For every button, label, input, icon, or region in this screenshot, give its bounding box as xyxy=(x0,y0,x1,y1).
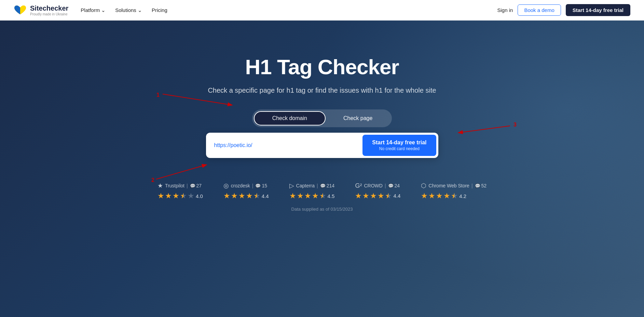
data-note: Data supplied as of 03/15/2023 xyxy=(291,207,353,212)
stars: ★★★★★ xyxy=(421,191,458,200)
logo-icon xyxy=(14,5,27,16)
stars: ★★★★★ xyxy=(223,191,260,200)
star-full: ★ xyxy=(436,191,443,200)
star-half: ★ xyxy=(451,191,458,200)
chevron-down-icon: ⌄ xyxy=(101,7,106,13)
star-full: ★ xyxy=(355,191,362,200)
star-full: ★ xyxy=(312,191,319,200)
platform-icon: ▷ xyxy=(289,182,294,189)
tabs-container: Check domain Check page xyxy=(252,109,392,127)
star-half: ★ xyxy=(180,191,187,200)
search-box: Start 14-day free trial No credit card n… xyxy=(206,133,438,158)
annotation-arrow-1: 1 xyxy=(156,91,252,115)
star-full: ★ xyxy=(304,191,311,200)
platform-icon: ⬡ xyxy=(421,182,426,189)
rating-item: ◎crozdesk|💬 15★★★★★4.4 xyxy=(223,182,269,200)
review-count: 52 xyxy=(481,183,487,188)
hero-section: H1 Tag Checker Check a specific page for… xyxy=(0,21,644,317)
rating-score: 4.0 xyxy=(196,193,203,199)
chevron-down-icon: ⌄ xyxy=(138,7,142,13)
comment-icon: 💬 xyxy=(388,183,394,188)
star-full: ★ xyxy=(362,191,369,200)
platform-name: CROWD xyxy=(364,183,382,188)
platform-name: Capterra xyxy=(296,183,315,188)
comment-icon: 💬 xyxy=(475,183,480,188)
star-full: ★ xyxy=(289,191,296,200)
nav-links: Platform ⌄ Solutions ⌄ Pricing xyxy=(81,7,167,13)
book-demo-button[interactable]: Book a demo xyxy=(518,4,561,16)
star-full: ★ xyxy=(238,191,245,200)
comment-icon: 💬 xyxy=(255,183,261,188)
svg-line-1 xyxy=(163,94,232,105)
comment-icon: 💬 xyxy=(320,183,326,188)
logo-sub: Proudly made in Ukraine xyxy=(30,12,68,16)
rating-item: ▷Capterra|💬 214★★★★★4.5 xyxy=(289,182,335,200)
star-full: ★ xyxy=(157,191,164,200)
nav-pricing[interactable]: Pricing xyxy=(152,7,167,13)
svg-text:2: 2 xyxy=(151,177,154,183)
signin-button[interactable]: Sign in xyxy=(497,7,513,13)
svg-line-3 xyxy=(156,165,206,179)
domain-input[interactable] xyxy=(206,135,361,156)
star-full: ★ xyxy=(231,191,238,200)
star-full: ★ xyxy=(370,191,377,200)
annotation-arrow-2: 2 xyxy=(151,155,220,185)
navbar: Sitechecker Proudly made in Ukraine Plat… xyxy=(0,0,644,21)
nav-right: Sign in Book a demo Start 14-day free tr… xyxy=(497,4,631,16)
star-full: ★ xyxy=(443,191,450,200)
rating-score: 4.5 xyxy=(328,193,335,199)
star-full: ★ xyxy=(246,191,253,200)
platform-icon: ◎ xyxy=(223,182,229,189)
star-empty: ★ xyxy=(188,191,194,200)
logo[interactable]: Sitechecker Proudly made in Ukraine xyxy=(14,4,68,16)
rating-item: G²CROWD|💬 24★★★★★4.4 xyxy=(355,182,400,200)
star-full: ★ xyxy=(165,191,172,200)
rating-score: 4.4 xyxy=(393,193,400,199)
stars: ★★★★★ xyxy=(355,191,392,200)
logo-text: Sitechecker Proudly made in Ukraine xyxy=(30,4,68,16)
star-full: ★ xyxy=(378,191,384,200)
nav-left: Sitechecker Proudly made in Ukraine Plat… xyxy=(14,4,167,16)
logo-brand: Sitechecker xyxy=(30,4,68,12)
start-trial-button[interactable]: Start 14-day free trial No credit card n… xyxy=(362,135,436,156)
stars: ★★★★★ xyxy=(157,191,194,200)
star-full: ★ xyxy=(223,191,230,200)
svg-text:1: 1 xyxy=(156,92,160,98)
star-full: ★ xyxy=(297,191,304,200)
review-count: 15 xyxy=(262,183,267,188)
platform-name: Chrome Web Store xyxy=(428,183,469,188)
nav-platform[interactable]: Platform ⌄ xyxy=(81,7,106,13)
platform-name: crozdesk xyxy=(231,183,250,188)
tab-check-domain[interactable]: Check domain xyxy=(254,111,326,126)
review-count: 24 xyxy=(395,183,400,188)
star-half: ★ xyxy=(254,191,260,200)
review-count: 214 xyxy=(327,183,334,188)
rating-score: 4.4 xyxy=(262,193,269,199)
tab-check-page[interactable]: Check page xyxy=(326,111,390,126)
annotation-arrow-3: 3 xyxy=(438,122,520,143)
hero-title: H1 Tag Checker xyxy=(245,55,399,79)
nav-solutions[interactable]: Solutions ⌄ xyxy=(115,7,142,13)
svg-text:3: 3 xyxy=(513,122,517,128)
star-full: ★ xyxy=(421,191,428,200)
stars: ★★★★★ xyxy=(289,191,326,200)
star-full: ★ xyxy=(173,191,179,200)
star-full: ★ xyxy=(428,191,435,200)
rating-score: 4.2 xyxy=(459,193,466,199)
star-half: ★ xyxy=(319,191,326,200)
star-half: ★ xyxy=(385,191,392,200)
rating-item: ⬡Chrome Web Store|💬 52★★★★★4.2 xyxy=(421,182,487,200)
svg-line-5 xyxy=(459,126,510,133)
trial-button-nav[interactable]: Start 14-day free trial xyxy=(566,4,630,16)
platform-icon: G² xyxy=(355,182,362,189)
